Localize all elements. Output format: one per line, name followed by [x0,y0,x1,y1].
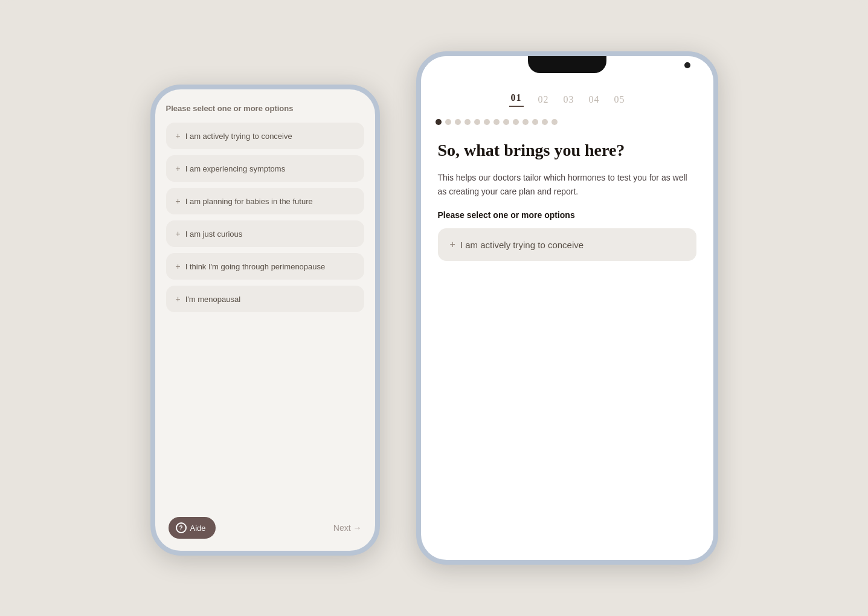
camera-icon [684,62,690,68]
dot-5 [474,119,480,125]
notch-bar [421,56,713,88]
step-4: 04 [589,94,600,105]
step-3-num: 03 [564,94,574,105]
dot-7 [493,119,500,125]
step-bar: 01 02 03 04 05 [421,88,713,114]
step-2-num: 02 [538,94,549,105]
dot-8 [503,119,509,125]
option-just-curious[interactable]: + I am just curious [166,220,364,247]
option-experiencing-symptoms[interactable]: + I am experiencing symptoms [166,155,364,182]
option-perimenopause[interactable]: + I think I'm going through perimenopaus… [166,253,364,280]
step-2: 02 [538,94,549,105]
phone-left: Please select one or more options + I am… [150,85,380,556]
dot-1 [436,119,442,125]
right-content: So, what brings you here? This helps our… [421,135,713,560]
right-option-actively-trying[interactable]: + I am actively trying to conceive [438,228,696,261]
step-5-num: 05 [614,94,625,105]
page-background: Please select one or more options + I am… [0,0,868,616]
dot-10 [522,119,529,125]
dot-2 [445,119,451,125]
dot-4 [465,119,471,125]
dot-3 [455,119,461,125]
progress-dots [421,114,713,135]
notch [528,56,606,73]
option-actively-trying[interactable]: + I am actively trying to conceive [166,123,364,149]
dot-12 [542,119,548,125]
left-phone-footer: ? Aide Next → [166,512,364,541]
left-phone-header: Please select one or more options [166,104,364,113]
aide-button[interactable]: ? Aide [169,517,216,539]
select-label: Please select one or more options [438,210,696,220]
step-3: 03 [564,94,574,105]
next-button[interactable]: Next → [333,523,362,533]
dot-9 [513,119,519,125]
option-planning-babies[interactable]: + I am planning for babies in the future [166,188,364,214]
subtitle-text: This helps our doctors tailor which horm… [438,171,696,198]
dot-13 [551,119,558,125]
dot-6 [484,119,490,125]
step-1: 01 [509,92,524,107]
phone-right: 01 02 03 04 05 [416,51,718,565]
aide-icon: ? [176,522,187,533]
step-1-underline [509,106,524,107]
step-4-num: 04 [589,94,600,105]
option-menopausal[interactable]: + I'm menopausal [166,286,364,312]
dot-11 [532,119,538,125]
step-5: 05 [614,94,625,105]
step-1-num: 01 [511,92,522,103]
main-title: So, what brings you here? [438,140,696,161]
